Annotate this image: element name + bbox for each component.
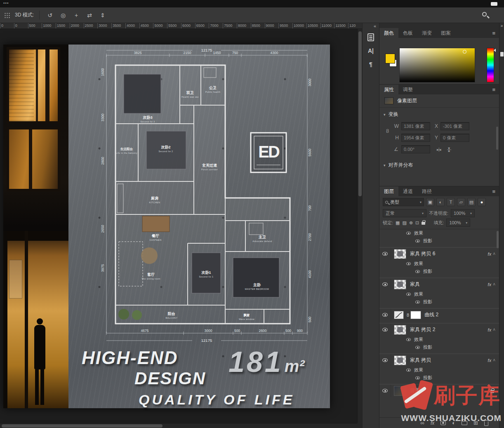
visibility-toggle[interactable]: [403, 229, 414, 237]
hue-slider-cursor[interactable]: [494, 49, 496, 52]
layer-filter-select[interactable]: 类型 ▾: [383, 198, 424, 206]
filter-toggle-icon[interactable]: ●: [478, 198, 486, 206]
add-layer-style-icon[interactable]: fx: [431, 421, 434, 426]
hue-slider[interactable]: [487, 48, 494, 82]
filter-adjustment-layers-icon[interactable]: ◐: [436, 198, 445, 206]
layer-thumbnail[interactable]: [394, 355, 406, 365]
fx-badge[interactable]: fx: [488, 282, 492, 287]
layer-thumbnail[interactable]: [394, 386, 406, 396]
libraries-panel-icon[interactable]: [365, 32, 376, 42]
tab-channels[interactable]: 通道: [398, 186, 417, 196]
lock-artboard-icon[interactable]: ⊡: [415, 220, 419, 226]
properties-scrollbar-thumb[interactable]: [496, 127, 498, 150]
layer-thumbnail[interactable]: [394, 280, 406, 289]
chevron-up-icon[interactable]: ˄: [493, 252, 495, 256]
visibility-toggle[interactable]: [403, 290, 414, 298]
layer-row-curves2[interactable]: 8 曲线 2: [379, 308, 499, 321]
constrain-proportions-icon[interactable]: 8: [386, 128, 389, 134]
app-menu-icon[interactable]: •••: [3, 1, 9, 5]
document-poster[interactable]: 12175 3825 2150 1450 750 4300 1600 3300 …: [3, 45, 330, 408]
horizontal-scrollbar[interactable]: [0, 423, 357, 428]
link-layers-icon[interactable]: ∞: [421, 420, 424, 426]
blend-mode-select[interactable]: 正常 ▾: [383, 209, 426, 217]
visibility-toggle[interactable]: [379, 324, 391, 336]
collapse-panels-icon[interactable]: »: [499, 23, 504, 28]
visibility-toggle[interactable]: [403, 260, 414, 268]
visibility-toggle[interactable]: [412, 343, 423, 351]
character-panel-icon[interactable]: A|: [365, 45, 376, 56]
visibility-toggle[interactable]: [379, 309, 391, 321]
visibility-toggle[interactable]: [412, 268, 423, 275]
fx-badge[interactable]: fx: [488, 252, 492, 256]
flip-vertical-icon[interactable]: ▸|◂: [447, 147, 452, 151]
fill-field[interactable]: 100% ▾: [446, 219, 470, 227]
layer-mask-thumbnail[interactable]: [410, 311, 421, 319]
drop-shadow-row[interactable]: 投影: [379, 268, 499, 275]
color-field-cursor[interactable]: [463, 50, 466, 54]
layers-scrollbar-thumb[interactable]: [497, 231, 499, 248]
lock-image-pixels-icon[interactable]: ▨: [402, 220, 406, 226]
filter-smart-objects-icon[interactable]: ▤: [467, 198, 476, 206]
visibility-toggle[interactable]: [403, 336, 414, 343]
tab-color[interactable]: 颜色: [379, 28, 398, 38]
lock-all-icon[interactable]: [422, 222, 425, 225]
layer-row-furniture-copy6[interactable]: 家具 拷贝 6 fx˄: [379, 247, 499, 260]
effects-row[interactable]: 效果: [379, 229, 499, 237]
visibility-toggle[interactable]: [412, 237, 423, 245]
visibility-toggle[interactable]: [379, 385, 391, 397]
tab-swatches[interactable]: 色板: [398, 28, 417, 38]
visibility-toggle[interactable]: [412, 374, 423, 382]
fx-badge[interactable]: fx: [488, 327, 492, 332]
flip-horizontal-icon[interactable]: ▸|◂: [437, 147, 441, 152]
height-field[interactable]: 1954 像素: [401, 134, 430, 142]
align-section-header[interactable]: ▾ 对齐并分布: [379, 158, 499, 172]
chevron-up-icon[interactable]: ˄: [493, 327, 495, 332]
paragraph-panel-icon[interactable]: ¶: [365, 59, 376, 70]
saturation-brightness-field[interactable]: [399, 48, 475, 82]
add-layer-mask-icon[interactable]: [440, 421, 446, 425]
filter-type-layers-icon[interactable]: T: [447, 198, 455, 206]
layer-row-furniture[interactable]: 家具 fx˄: [379, 278, 499, 290]
opacity-field[interactable]: 100% ▾: [451, 209, 475, 217]
lock-position-icon[interactable]: ⊕: [409, 220, 413, 226]
visibility-toggle[interactable]: [379, 354, 391, 366]
3d-orbit-icon[interactable]: ↺: [45, 10, 55, 20]
tab-layers[interactable]: 图层: [379, 186, 398, 196]
vertical-scrollbar-thumb[interactable]: [358, 31, 362, 196]
filter-shape-layers-icon[interactable]: ▱: [457, 198, 465, 206]
horizontal-scrollbar-thumb[interactable]: [2, 424, 163, 428]
3d-scale-icon[interactable]: ⇕: [98, 10, 108, 20]
visibility-toggle[interactable]: [379, 278, 391, 290]
drop-shadow-row[interactable]: 投影: [379, 374, 499, 382]
panel-menu-icon[interactable]: ≡: [488, 28, 499, 38]
delete-layer-icon[interactable]: [484, 421, 488, 426]
x-field[interactable]: -301 像素: [440, 122, 469, 130]
new-adjustment-layer-icon[interactable]: ◐: [452, 420, 455, 426]
collapsed-panel-icon[interactable]: [500, 52, 504, 56]
new-group-icon[interactable]: [462, 421, 467, 425]
tab-adjustments[interactable]: 调整: [398, 85, 417, 94]
fx-badge[interactable]: fx: [488, 358, 492, 363]
visibility-toggle[interactable]: [412, 298, 423, 306]
tab-patterns[interactable]: 图案: [436, 28, 455, 38]
drop-shadow-row[interactable]: 投影: [379, 343, 499, 351]
layer-row-furniture-copy2[interactable]: 家具 拷贝 2 fx˄: [379, 323, 499, 336]
tab-paths[interactable]: 路径: [417, 186, 436, 196]
layer-row-furniture-copy[interactable]: 家具 拷贝 fx˄: [379, 354, 499, 366]
lock-transparent-pixels-icon[interactable]: ▦: [396, 220, 400, 226]
visibility-toggle[interactable]: [379, 248, 391, 260]
drop-shadow-row[interactable]: 投影: [379, 298, 499, 306]
expand-panels-icon[interactable]: «: [363, 23, 379, 29]
tool-preset-icon[interactable]: [4, 12, 10, 18]
3d-roll-icon[interactable]: ◎: [58, 10, 68, 20]
window-control-icon[interactable]: [491, 2, 497, 6]
tab-properties[interactable]: 属性: [379, 85, 398, 94]
width-field[interactable]: 1381 像素: [401, 122, 430, 130]
transform-section-header[interactable]: ▾ 变换: [379, 108, 499, 121]
y-field[interactable]: 0 像素: [440, 134, 469, 142]
curves-adjustment-icon[interactable]: [394, 311, 404, 319]
effects-row[interactable]: 效果: [379, 366, 499, 374]
new-layer-icon[interactable]: ⊞: [473, 420, 478, 426]
visibility-toggle[interactable]: [403, 366, 414, 374]
angle-field[interactable]: 0.00°: [401, 145, 430, 153]
